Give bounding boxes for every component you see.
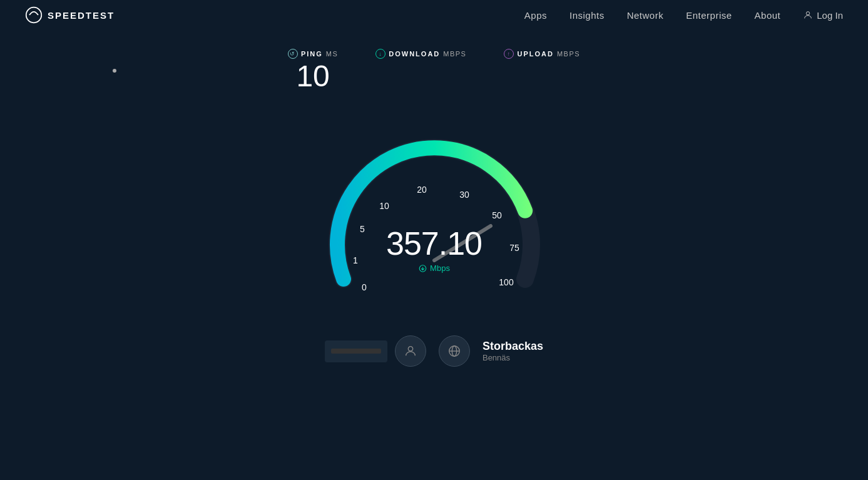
download-unit: Mbps (443, 50, 466, 58)
nav-link-enterprise[interactable]: Enterprise (686, 10, 732, 21)
user-icon (803, 10, 813, 20)
login-button[interactable]: Log In (803, 10, 843, 21)
nav-link-about[interactable]: About (755, 10, 781, 21)
logo-text: SPEEDTEST (48, 10, 115, 21)
server-location: Storbackas Bennäs (483, 340, 543, 362)
globe-button[interactable] (439, 335, 470, 367)
ping-value: 10 (296, 61, 329, 91)
logo[interactable]: SPEEDTEST (25, 6, 115, 24)
isp-logo (325, 340, 387, 362)
login-label: Log In (817, 10, 843, 21)
main-content: ↺ PING ms 10 ↓ DOWNLOAD Mbps ↑ UPLOAD Mb… (0, 30, 868, 367)
nav-link-insights[interactable]: Insights (569, 10, 605, 21)
isp-logo-bar (331, 349, 381, 354)
gauge-center: 357.10 Mbps (386, 225, 482, 273)
speedometer-gauge: 0 1 5 10 20 30 50 75 100 (309, 110, 559, 323)
info-row: Storbackas Bennäs (325, 335, 543, 367)
svg-text:50: 50 (492, 210, 502, 220)
svg-text:30: 30 (459, 190, 469, 200)
svg-text:20: 20 (417, 185, 427, 195)
upload-unit: Mbps (557, 50, 580, 58)
server-sublocation: Bennäs (483, 353, 543, 362)
upload-icon: ↑ (504, 49, 514, 59)
nav-link-apps[interactable]: Apps (524, 10, 547, 21)
nav-link-network[interactable]: Network (627, 10, 664, 21)
svg-text:5: 5 (360, 224, 365, 234)
ping-label: PING (301, 50, 323, 58)
avatar-icon (404, 344, 417, 358)
isp-info (325, 335, 426, 367)
download-metric: ↓ DOWNLOAD Mbps (375, 49, 466, 91)
ping-icon: ↺ (288, 49, 298, 59)
user-avatar[interactable] (395, 335, 426, 367)
upload-label: UPLOAD (517, 50, 553, 58)
download-label: DOWNLOAD (389, 50, 440, 58)
svg-text:100: 100 (499, 277, 514, 287)
navbar: SPEEDTEST Apps Insights Network Enterpri… (0, 0, 868, 30)
download-icon: ↓ (375, 49, 385, 59)
gauge-value: 357.10 (386, 225, 482, 262)
upload-metric: ↑ UPLOAD Mbps (504, 49, 580, 91)
gauge-unit: Mbps (430, 263, 450, 273)
ping-unit: ms (326, 50, 339, 58)
server-name: Storbackas (483, 340, 543, 353)
svg-text:1: 1 (353, 255, 358, 265)
metrics-bar: ↺ PING ms 10 ↓ DOWNLOAD Mbps ↑ UPLOAD Mb… (288, 49, 580, 91)
svg-point-1 (807, 12, 810, 15)
gauge-unit-icon (418, 264, 427, 273)
svg-point-14 (408, 347, 412, 351)
svg-point-0 (26, 8, 42, 23)
svg-text:10: 10 (379, 201, 389, 211)
svg-text:75: 75 (509, 243, 519, 253)
gauge-svg: 0 1 5 10 20 30 50 75 100 (309, 110, 559, 323)
globe-icon (447, 344, 461, 358)
ping-metric: ↺ PING ms 10 (288, 49, 338, 91)
logo-icon (25, 6, 43, 24)
nav-links: Apps Insights Network Enterprise About L… (524, 10, 843, 21)
svg-text:0: 0 (362, 282, 367, 292)
